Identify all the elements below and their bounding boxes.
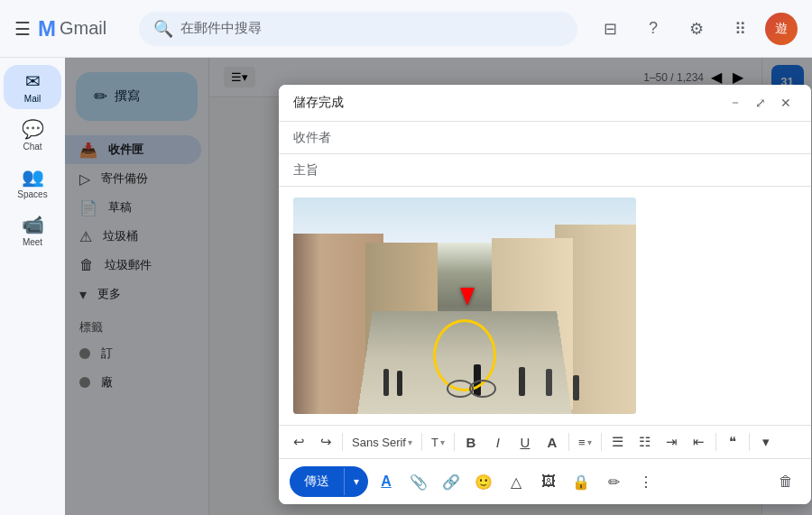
unordered-list-button[interactable]: ☷ — [632, 429, 658, 455]
gmail-app: ☰ M ‌ Gmail 🔍 在郵件中搜尋 ⊟ ? ⚙ ⠿ 遊 — [0, 0, 812, 515]
compose-body[interactable] — [279, 187, 811, 425]
sidebar-label-mail: Mail — [24, 94, 41, 104]
subject-field[interactable]: 主旨 — [279, 154, 811, 187]
person-1 — [383, 369, 389, 396]
photo-button[interactable]: 🖼 — [534, 467, 563, 496]
minimize-button[interactable]: － — [724, 92, 746, 114]
person-2 — [397, 371, 402, 396]
drive-button[interactable]: △ — [502, 467, 531, 496]
more-bottom-button[interactable]: ⋮ — [632, 467, 660, 496]
search-text: 在郵件中搜尋 — [180, 20, 262, 37]
apps-icon-btn[interactable]: ⠿ — [722, 11, 758, 47]
text-color-button[interactable]: A — [540, 429, 565, 455]
topbar: ☰ M ‌ Gmail 🔍 在郵件中搜尋 ⊟ ? ⚙ ⠿ 遊 — [0, 0, 812, 58]
compose-dialog: 儲存完成 － ⤢ ✕ 收件者 主旨 — [279, 85, 811, 504]
sidebar-label-meet: Meet — [23, 237, 42, 247]
align-selector[interactable]: ≡ ▾ — [573, 434, 597, 451]
toolbar-sep-2 — [421, 433, 422, 451]
filter-icon: ⊟ — [604, 19, 617, 39]
font-size-icon: T — [431, 436, 438, 449]
font-size-selector[interactable]: T ▾ — [426, 434, 450, 451]
send-arrow-button[interactable]: ▾ — [344, 468, 368, 495]
dialog-controls: － ⤢ ✕ — [724, 92, 797, 114]
person-5 — [546, 369, 552, 396]
subject-label: 主旨 — [293, 162, 329, 179]
lock-button[interactable]: 🔒 — [567, 467, 595, 496]
search-icon: 🔍 — [153, 19, 173, 39]
toolbar-sep-6 — [715, 433, 716, 451]
more-toolbar-button[interactable]: ▾ — [753, 429, 779, 455]
compose-bottom: 傳送 ▾ A 📎 🔗 🙂 △ 🖼 🔒 ✏ ⋮ 🗑 — [279, 459, 811, 504]
font-color-bottom-button[interactable]: A — [372, 467, 401, 496]
blockquote-button[interactable]: ❝ — [720, 429, 745, 455]
italic-button[interactable]: I — [485, 429, 511, 455]
link-button[interactable]: 🔗 — [437, 467, 466, 496]
dialog-title: 儲存完成 — [293, 95, 344, 111]
chat-icon: 💬 — [22, 118, 44, 140]
person-6 — [573, 375, 579, 400]
dialog-titlebar: 儲存完成 － ⤢ ✕ — [279, 85, 811, 122]
indent-button[interactable]: ⇥ — [660, 429, 685, 455]
redo-button[interactable]: ↪ — [313, 429, 338, 455]
icon-sidebar: ✉ Mail 💬 Chat 👥 Spaces 📹 Meet — [0, 58, 65, 515]
attach-button[interactable]: 📎 — [404, 467, 433, 496]
compose-toolbar: ↩ ↪ Sans Serif ▾ T ▾ B I U — [279, 425, 811, 459]
to-field[interactable]: 收件者 — [279, 122, 811, 154]
gmail-logo: M ‌ Gmail — [38, 16, 106, 41]
settings-icon-btn[interactable]: ⚙ — [678, 11, 715, 47]
underline-button[interactable]: U — [512, 429, 538, 455]
logo-m: M — [38, 16, 56, 41]
menu-icon[interactable]: ☰ — [14, 18, 31, 40]
apps-icon: ⠿ — [734, 19, 746, 39]
mail-icon: ✉ — [25, 70, 41, 92]
help-icon-btn[interactable]: ? — [635, 11, 671, 47]
toolbar-sep-4 — [568, 433, 569, 451]
avatar[interactable]: 遊 — [765, 13, 798, 45]
align-icon: ≡ — [578, 436, 586, 449]
font-name: Sans Serif — [352, 436, 406, 449]
logo-text: Gmail — [60, 18, 106, 39]
toolbar-sep-3 — [454, 433, 455, 451]
sidebar-label-spaces: Spaces — [17, 189, 47, 199]
send-button-group: 傳送 ▾ — [290, 466, 368, 497]
to-label: 收件者 — [293, 130, 331, 146]
send-button[interactable]: 傳送 — [290, 466, 344, 497]
settings-icon: ⚙ — [689, 19, 704, 39]
search-bar[interactable]: 🔍 在郵件中搜尋 — [139, 12, 577, 46]
red-arrow — [460, 288, 475, 306]
close-button[interactable]: ✕ — [775, 92, 797, 114]
spaces-icon: 👥 — [22, 166, 44, 188]
topbar-right: ⊟ ? ⚙ ⠿ 遊 — [592, 11, 798, 47]
toolbar-sep-5 — [601, 433, 602, 451]
bold-button[interactable]: B — [458, 429, 484, 455]
person-4 — [519, 367, 525, 396]
undo-button[interactable]: ↩ — [286, 429, 311, 455]
meet-icon: 📹 — [22, 214, 44, 235]
toolbar-sep-1 — [342, 433, 343, 451]
delete-draft-button[interactable]: 🗑 — [771, 467, 800, 496]
font-size-chevron-icon: ▾ — [440, 437, 445, 447]
toolbar-sep-7 — [749, 433, 750, 451]
sidebar-item-mail[interactable]: ✉ Mail — [4, 65, 61, 109]
font-chevron-icon: ▾ — [408, 437, 412, 447]
emoji-button[interactable]: 🙂 — [469, 467, 498, 496]
font-selector[interactable]: Sans Serif ▾ — [346, 434, 418, 451]
signature-button[interactable]: ✏ — [599, 467, 628, 496]
street-photo — [293, 198, 636, 414]
content-area: ✏ 撰寫 📥 收件匣 ▷ 寄件備份 📄 草稿 ⚠ 垃圾桶 — [65, 58, 812, 515]
main-layout: ✉ Mail 💬 Chat 👥 Spaces 📹 Meet ✏ — [0, 58, 812, 515]
ordered-list-button[interactable]: ☰ — [605, 429, 631, 455]
sidebar-item-chat[interactable]: 💬 Chat — [4, 113, 61, 157]
sidebar-label-chat: Chat — [23, 142, 42, 152]
sidebar-item-spaces[interactable]: 👥 Spaces — [4, 161, 61, 205]
help-icon: ? — [649, 19, 658, 38]
outdent-button[interactable]: ⇤ — [687, 429, 712, 455]
filter-icon-btn[interactable]: ⊟ — [592, 11, 628, 47]
expand-button[interactable]: ⤢ — [750, 92, 771, 114]
align-chevron-icon: ▾ — [587, 437, 592, 447]
sidebar-item-meet[interactable]: 📹 Meet — [4, 208, 61, 253]
bike-wheel-back — [469, 380, 496, 398]
